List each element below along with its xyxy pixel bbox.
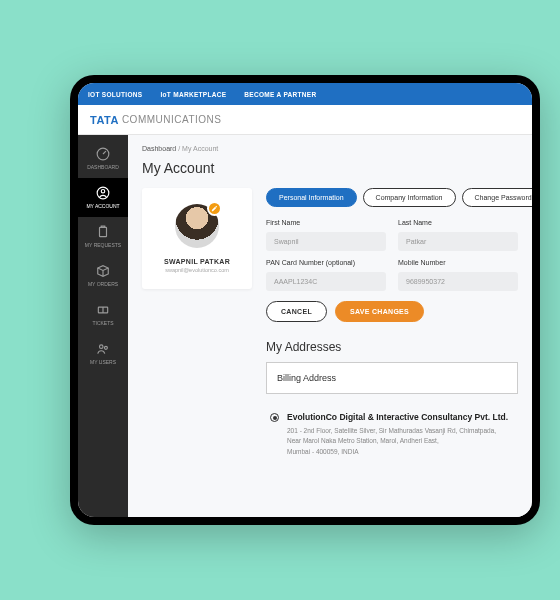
breadcrumb: Dashboard / My Account xyxy=(142,145,518,152)
save-changes-button[interactable]: SAVE CHANGES xyxy=(335,301,424,322)
mobile-label: Mobile Number xyxy=(398,259,518,266)
brand-communications: COMMUNICATIONS xyxy=(122,114,222,125)
tab-personal-info[interactable]: Personal Information xyxy=(266,188,357,207)
sidebar-item-my-users[interactable]: MY USERS xyxy=(78,334,128,373)
first-name-label: First Name xyxy=(266,219,386,226)
svg-point-4 xyxy=(100,345,104,349)
billing-address-card[interactable]: Billing Address xyxy=(266,362,518,394)
topnav-become-partner[interactable]: BECOME A PARTNER xyxy=(244,91,316,98)
svg-rect-2 xyxy=(100,227,107,236)
sidebar-item-dashboard[interactable]: DASHBOARD xyxy=(78,139,128,178)
profile-email: swapnil@evolutionco.com xyxy=(165,267,229,273)
gauge-icon xyxy=(96,147,110,161)
users-icon xyxy=(96,342,110,356)
pan-label: PAN Card Number (optional) xyxy=(266,259,386,266)
svg-point-5 xyxy=(104,346,107,349)
sidebar-item-tickets[interactable]: TICKETS xyxy=(78,295,128,334)
sidebar: DASHBOARD MY ACCOUNT MY REQUESTS xyxy=(78,135,128,517)
address-line: Near Marol Naka Metro Station, Marol, An… xyxy=(287,436,514,446)
clipboard-icon xyxy=(96,225,110,239)
svg-point-1 xyxy=(101,190,105,194)
top-nav: IOT SOLUTIONS IoT MARKETPLACE BECOME A P… xyxy=(78,83,532,105)
box-icon xyxy=(96,264,110,278)
pan-input[interactable] xyxy=(266,272,386,291)
radio-selected[interactable] xyxy=(270,413,279,422)
addresses-title: My Addresses xyxy=(266,340,518,354)
breadcrumb-root[interactable]: Dashboard xyxy=(142,145,176,152)
sidebar-item-my-orders[interactable]: MY ORDERS xyxy=(78,256,128,295)
sidebar-item-label: TICKETS xyxy=(92,320,113,326)
pencil-icon xyxy=(211,205,218,212)
profile-card: SWAPNIL PATKAR swapnil@evolutionco.com xyxy=(142,188,252,289)
address-company-name: EvolutionCo Digital & Interactive Consul… xyxy=(287,412,514,422)
sidebar-item-label: MY REQUESTS xyxy=(85,242,121,248)
sidebar-item-label: MY USERS xyxy=(90,359,116,365)
address-option[interactable]: EvolutionCo Digital & Interactive Consul… xyxy=(266,404,518,461)
avatar xyxy=(175,204,219,248)
edit-avatar-button[interactable] xyxy=(207,201,222,216)
first-name-input[interactable] xyxy=(266,232,386,251)
last-name-label: Last Name xyxy=(398,219,518,226)
sidebar-item-label: DASHBOARD xyxy=(87,164,119,170)
sidebar-item-label: MY ACCOUNT xyxy=(86,203,119,209)
screen: IOT SOLUTIONS IoT MARKETPLACE BECOME A P… xyxy=(78,83,532,517)
tab-change-password[interactable]: Change Password xyxy=(462,188,532,207)
topnav-iot-marketplace[interactable]: IoT MARKETPLACE xyxy=(160,91,226,98)
last-name-input[interactable] xyxy=(398,232,518,251)
user-circle-icon xyxy=(96,186,110,200)
topnav-iot-solutions[interactable]: IOT SOLUTIONS xyxy=(88,91,142,98)
breadcrumb-current: My Account xyxy=(182,145,218,152)
profile-name: SWAPNIL PATKAR xyxy=(164,258,230,265)
sidebar-item-label: MY ORDERS xyxy=(88,281,118,287)
brand-tata: TATA xyxy=(90,114,119,126)
brand-bar: TATA COMMUNICATIONS xyxy=(78,105,532,135)
address-line: 201 - 2nd Floor, Satellite Silver, Sir M… xyxy=(287,426,514,436)
address-line: Mumbai - 400059, INDIA xyxy=(287,447,514,457)
tablet-frame: IOT SOLUTIONS IoT MARKETPLACE BECOME A P… xyxy=(70,75,540,525)
page-title: My Account xyxy=(142,160,518,176)
main-content: Dashboard / My Account My Account SWAPNI… xyxy=(128,135,532,517)
sidebar-item-my-requests[interactable]: MY REQUESTS xyxy=(78,217,128,256)
ticket-icon xyxy=(96,303,110,317)
mobile-input[interactable] xyxy=(398,272,518,291)
tabs: Personal Information Company Information… xyxy=(266,188,518,207)
cancel-button[interactable]: CANCEL xyxy=(266,301,327,322)
tab-company-info[interactable]: Company Information xyxy=(363,188,456,207)
sidebar-item-my-account[interactable]: MY ACCOUNT xyxy=(78,178,128,217)
